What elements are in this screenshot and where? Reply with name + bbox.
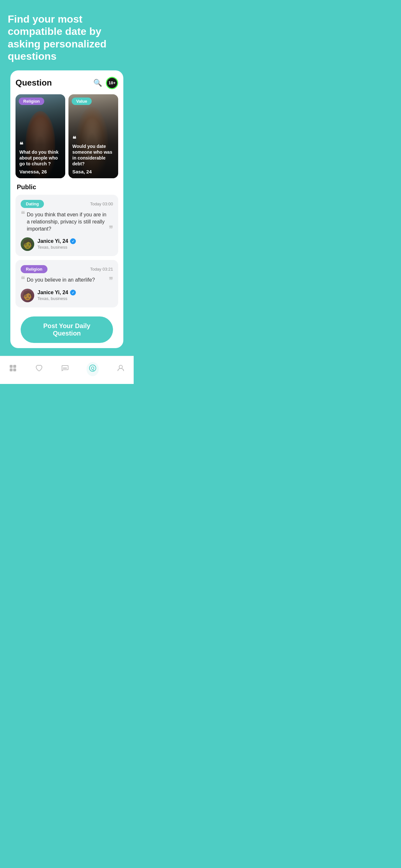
nav-item-messages[interactable] <box>56 363 74 376</box>
category-badge-religion: Religion <box>19 97 44 105</box>
post-category-dating: Dating <box>21 200 44 208</box>
post-user-name-2: Janice Yi, 24 ✓ <box>37 290 113 296</box>
post-user-location-2: Texas, business <box>37 296 113 301</box>
post-question-left-2: ❝ Do you believe in an afterlife? <box>21 276 107 283</box>
post-user-info-2: Janice Yi, 24 ✓ Texas, business <box>37 290 113 301</box>
svg-rect-2 <box>10 368 12 371</box>
profile-name-sasa: Sasa, 24 <box>72 169 114 175</box>
post-question-text-2: Do you believe in an afterlife? <box>27 276 107 283</box>
post-user-location-1: Texas, business <box>37 245 113 250</box>
card-actions: 🔍 18+ <box>93 77 118 89</box>
question-icon: Q <box>87 362 99 376</box>
profiles-row: Religion ❝ What do you think about peopl… <box>16 94 118 178</box>
hero-section: Find your most compatible date by asking… <box>0 0 134 356</box>
post-header-2: Religion Today 03:21 <box>21 265 113 273</box>
post-user-info-1: Janice Yi, 24 ✓ Texas, business <box>37 238 113 250</box>
search-icon[interactable]: 🔍 <box>93 79 102 87</box>
question-post-2[interactable]: Religion Today 03:21 ❝ Do you believe in… <box>16 260 118 307</box>
profile-card-sasa[interactable]: Value ❝ Would you date someone who was i… <box>68 94 118 178</box>
quote-open-icon: ❝ <box>19 142 61 149</box>
heart-icon <box>35 364 43 374</box>
svg-rect-0 <box>10 365 12 368</box>
post-question-text-1: Do you think that even if you are in a r… <box>27 211 107 233</box>
card-header: Question 🔍 18+ <box>16 77 118 89</box>
nav-item-profile[interactable] <box>112 363 130 376</box>
bottom-nav: Q <box>0 356 134 384</box>
feed-icon <box>9 364 17 374</box>
post-user-name-1: Janice Yi, 24 ✓ <box>37 238 113 244</box>
nav-item-likes[interactable] <box>30 363 49 376</box>
svg-point-9 <box>119 365 122 368</box>
messages-icon <box>61 364 69 374</box>
svg-rect-1 <box>13 365 16 368</box>
question-post-1[interactable]: Dating Today 03:00 ❝ Do you think that e… <box>16 195 118 256</box>
post-avatar-2: 🧑 <box>21 289 34 302</box>
post-question-left-1: ❝ Do you think that even if you are in a… <box>21 211 107 233</box>
avatar-silhouette-2: 🧑 <box>21 289 34 302</box>
verified-icon-1: ✓ <box>70 238 76 244</box>
svg-point-6 <box>66 368 67 369</box>
nav-item-feed[interactable] <box>4 363 22 376</box>
post-time-2: Today 03:21 <box>90 267 113 272</box>
post-time-1: Today 03:00 <box>90 202 113 206</box>
svg-text:Q: Q <box>91 366 95 371</box>
post-question-wrap-1: ❝ Do you think that even if you are in a… <box>21 211 113 233</box>
post-header-1: Dating Today 03:00 <box>21 200 113 208</box>
cta-section: Post Your Daily Question <box>16 311 118 348</box>
post-quote-close-1: ❞ <box>109 225 113 233</box>
card-title: Question <box>16 78 52 88</box>
verified-icon-2: ✓ <box>70 290 76 296</box>
svg-rect-3 <box>13 368 16 371</box>
svg-point-4 <box>63 368 64 369</box>
post-question-wrap-2: ❝ Do you believe in an afterlife? ❞ <box>21 276 113 284</box>
profile-card-content-vanessa: ❝ What do you think about people who go … <box>16 137 65 178</box>
post-user-1: 🧑 Janice Yi, 24 ✓ Texas, business <box>21 237 113 251</box>
svg-point-5 <box>64 368 66 369</box>
category-badge-value: Value <box>72 97 92 105</box>
post-quote-close-2: ❞ <box>109 276 113 284</box>
nav-item-question[interactable]: Q <box>81 361 104 377</box>
profile-icon <box>117 364 125 374</box>
post-category-religion: Religion <box>21 265 48 273</box>
public-section: Public Dating Today 03:00 ❝ Do you think… <box>16 178 118 307</box>
public-label: Public <box>16 183 118 191</box>
post-quote-open-1: ❝ <box>21 211 25 218</box>
age-badge[interactable]: 18+ <box>106 77 118 89</box>
profile-card-vanessa[interactable]: Religion ❝ What do you think about peopl… <box>16 94 65 178</box>
post-quote-open-2: ❝ <box>21 276 25 283</box>
profile-question-sasa: Would you date someone who was in consid… <box>72 144 114 167</box>
hero-title: Find your most compatible date by asking… <box>8 13 126 63</box>
post-avatar-1: 🧑 <box>21 237 34 251</box>
profile-question-vanessa: What do you think about people who go to… <box>19 149 61 167</box>
profile-name-vanessa: Vanessa, 26 <box>19 169 61 175</box>
avatar-silhouette-1: 🧑 <box>21 237 34 251</box>
post-daily-question-button[interactable]: Post Your Daily Question <box>21 316 113 343</box>
profile-card-content-sasa: ❝ Would you date someone who was in cons… <box>68 132 118 178</box>
main-card: Question 🔍 18+ Religion ❝ What do you th… <box>10 70 123 348</box>
quote-open-icon-2: ❝ <box>72 135 114 143</box>
post-user-2: 🧑 Janice Yi, 24 ✓ Texas, business <box>21 289 113 302</box>
